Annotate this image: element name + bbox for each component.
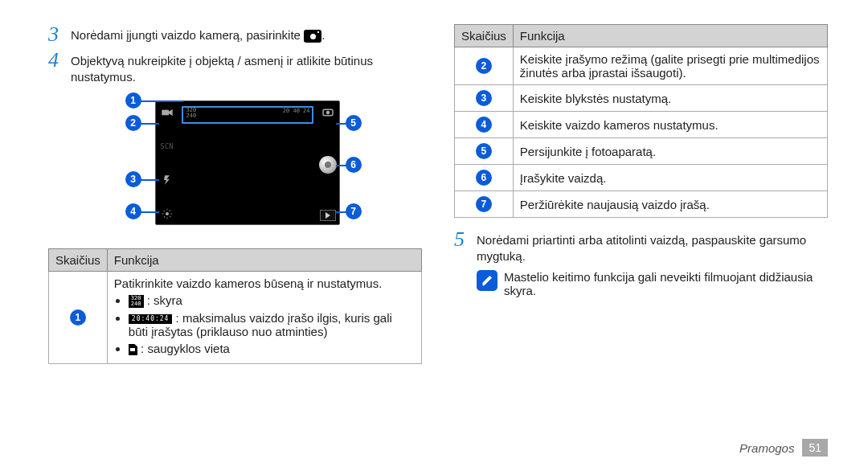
row-content: Patikrinkite vaizdo kameros būseną ir nu… [107, 271, 421, 363]
playback-thumbnail [320, 210, 336, 221]
svg-point-1 [166, 212, 169, 215]
step-text-before: Norėdami įjungti vaizdo kamerą, pasirink… [71, 28, 304, 42]
table-row: 7 Peržiūrėkite naujausią vaizdo įrašą. [455, 191, 828, 218]
row-badge: 5 [476, 143, 492, 159]
row-intro: Patikrinkite vaizdo kameros būseną ir nu… [114, 276, 415, 290]
camera-left-toolbar: SCN [156, 101, 178, 224]
step-text: Norėdami priartinti arba atitolinti vaiz… [477, 229, 828, 265]
info-table-right: Skaičius Funkcija 2 Keiskite įrašymo rež… [454, 24, 828, 218]
bullet-duration: 20:40:24 : maksimalus vaizdo įrašo ilgis… [129, 311, 415, 338]
info-table-left: Skaičius Funkcija 1 Patikrinkite vaizdo … [48, 248, 422, 364]
note: Mastelio keitimo funkcija gali neveikti … [477, 270, 828, 297]
bullet-text: skyra [154, 293, 182, 307]
row-badge: 4 [476, 117, 492, 133]
row-content: Keiskite vaizdo kameros nustatymus. [513, 112, 827, 138]
row-content: Peržiūrėkite naujausią vaizdo įrašą. [513, 191, 827, 218]
row-badge: 3 [476, 90, 492, 106]
step-number: 5 [454, 229, 477, 250]
row-badge: 2 [476, 58, 492, 74]
callout-2: 2 [125, 115, 141, 131]
row-badge: 1 [70, 309, 86, 326]
storage-icon [129, 344, 137, 355]
bullet-resolution: 320240 : skyra [129, 293, 415, 308]
table-header-function: Funkcija [107, 248, 421, 271]
note-icon [477, 270, 497, 291]
step-text: Objektyvą nukreipkite į objektą / asmenį… [71, 50, 422, 86]
step-number: 4 [48, 50, 71, 71]
row-content: Įrašykite vaizdą. [513, 165, 827, 191]
note-text: Mastelio keitimo funkcija gali neveikti … [504, 270, 828, 297]
record-button [319, 156, 337, 174]
page-footer: Pramogos 51 [739, 439, 828, 457]
switch-camera-icon [320, 104, 336, 121]
time-indicator: 20 40 24 [283, 108, 310, 114]
callout-1: 1 [125, 92, 141, 109]
row-content: Keiskite blykstės nustatymą. [513, 85, 827, 112]
settings-icon [159, 206, 175, 222]
step-3: 3 Norėdami įjungti vaizdo kamerą, pasiri… [48, 24, 422, 45]
page-number: 51 [802, 439, 828, 457]
callout-4: 4 [125, 203, 141, 219]
resolution-indicator: 320240 [186, 108, 197, 119]
flash-icon [159, 172, 175, 188]
table-header-function: Funkcija [513, 25, 827, 47]
resolution-icon: 320240 [129, 295, 144, 308]
callout-5: 5 [346, 115, 362, 131]
camera-body: 320240 20 40 24 SCN [155, 100, 340, 225]
scene-icon: SCN [159, 138, 175, 154]
row-badge: 7 [476, 196, 492, 212]
row-content: Keiskite įrašymo režimą (galite prisegti… [513, 47, 827, 85]
step-number: 3 [48, 24, 71, 45]
row-content: Persijunkite į fotoaparatą. [513, 138, 827, 165]
step-text-after: . [321, 28, 325, 42]
table-row: 2 Keiskite įrašymo režimą (galite priseg… [455, 47, 828, 85]
table-row: 6 Įrašykite vaizdą. [455, 165, 828, 191]
table-header-number: Skaičius [455, 25, 514, 47]
duration-icon: 20:40:24 [129, 314, 173, 324]
table-row: 5 Persijunkite į fotoaparatą. [455, 138, 828, 165]
callout-7: 7 [346, 203, 362, 219]
svg-rect-0 [162, 109, 169, 115]
row-badge: 6 [476, 170, 492, 186]
table-row: 1 Patikrinkite vaizdo kameros būseną ir … [49, 271, 422, 363]
step-text: Norėdami įjungti vaizdo kamerą, pasirink… [71, 24, 422, 43]
svg-point-3 [326, 110, 330, 114]
camera-mode-icon [304, 30, 321, 43]
step-5: 5 Norėdami priartinti arba atitolinti va… [454, 229, 828, 265]
step-4: 4 Objektyvą nukreipkite į objektą / asme… [48, 50, 422, 86]
bullet-storage: : saugyklos vieta [129, 342, 415, 355]
callout-6: 6 [346, 157, 362, 173]
table-row: 3 Keiskite blykstės nustatymą. [455, 85, 828, 112]
camera-right-toolbar [317, 101, 339, 224]
callout-3: 3 [125, 171, 141, 187]
bullet-text: saugyklos vieta [147, 342, 230, 355]
camera-diagram: 320240 20 40 24 SCN 1 [111, 92, 360, 237]
video-mode-icon [159, 104, 175, 121]
table-row: 4 Keiskite vaizdo kameros nustatymus. [455, 112, 828, 138]
table-header-number: Skaičius [49, 248, 108, 271]
section-name: Pramogos [739, 441, 794, 455]
